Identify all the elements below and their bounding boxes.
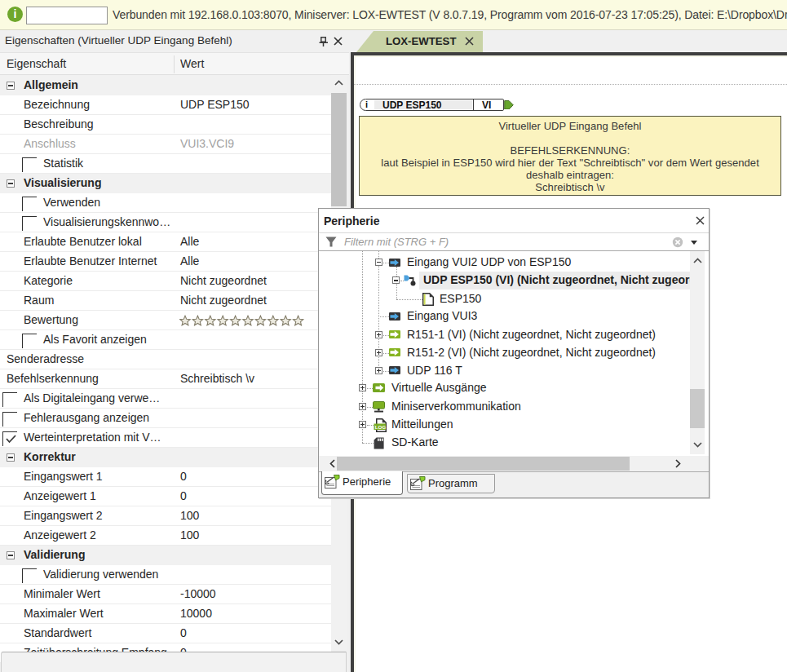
svg-text:LOG: LOG [375,423,387,429]
